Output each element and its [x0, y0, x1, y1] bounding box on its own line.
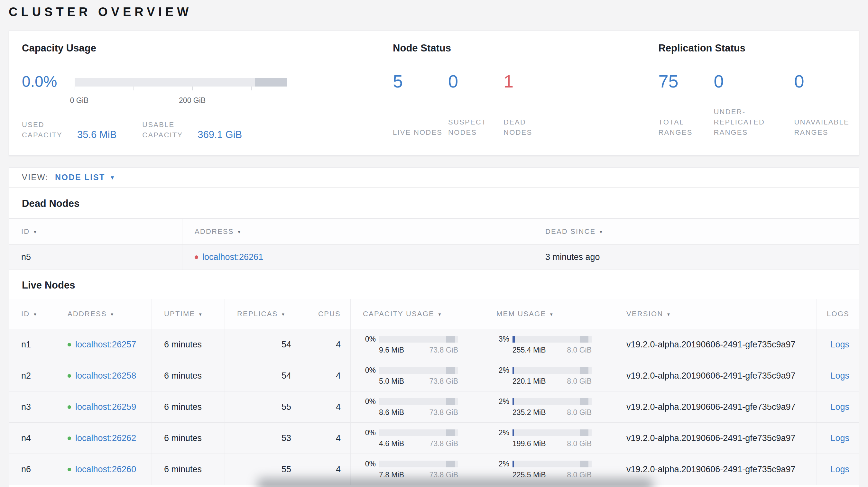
mem-total: 8.0 GiB [567, 346, 592, 355]
node-cpus: 4 [303, 329, 350, 360]
node-address-cell: localhost:26259 [55, 391, 152, 422]
under-replicated-label: UNDER-REPLICATED RANGES [714, 107, 767, 138]
unavailable-ranges-stat: 0 UNAVAILABLE RANGES [794, 72, 858, 138]
col-uptime[interactable]: UPTIME▼ [152, 299, 224, 329]
view-bar: VIEW: NODE LIST ▼ [9, 168, 859, 188]
bar-fill [513, 429, 514, 436]
total-ranges-label: TOTAL RANGES [658, 117, 711, 138]
capacity-usage-cell: 0% 9.6 MiB73.8 GiB [350, 329, 484, 360]
total-ranges-count: 75 [658, 72, 714, 91]
mem-usage-bar [513, 461, 592, 467]
col-capacity-usage[interactable]: CAPACITY USAGE▼ [350, 299, 484, 329]
col-address[interactable]: ADDRESS▼ [55, 299, 152, 329]
replication-status-section: Replication Status 75 TOTAL RANGES 0 UND… [658, 42, 846, 144]
node-address-cell: localhost:26261 [182, 245, 533, 269]
logs-cell: Logs [816, 360, 859, 391]
axis-label-0gib: 0 GiB [70, 96, 89, 105]
dead-col-id[interactable]: ID▼ [9, 219, 182, 245]
node-version: v19.2.0-alpha.20190606-2491-gfe735c9a97 [614, 391, 816, 422]
bar-fill [513, 398, 514, 405]
sort-icon: ▼ [549, 312, 554, 317]
logs-link[interactable]: Logs [830, 433, 849, 443]
cluster-overview-page: CLUSTER OVERVIEW Capacity Usage 0.0% 0 G… [0, 0, 868, 487]
capacity-total: 73.8 GiB [430, 440, 459, 448]
bar-segment [446, 429, 455, 436]
col-version[interactable]: VERSION▼ [614, 299, 816, 329]
table-row: n4 localhost:26262 6 minutes 53 4 0% 4.6… [9, 423, 859, 454]
node-address-cell: localhost:26258 [55, 360, 152, 391]
logs-link[interactable]: Logs [830, 464, 849, 475]
capacity-usage-bar [379, 398, 458, 405]
node-cpus: 4 [303, 391, 350, 422]
mem-usage-bar [513, 336, 592, 343]
logs-cell: Logs [816, 454, 859, 485]
unavailable-ranges-label: UNAVAILABLE RANGES [794, 117, 847, 138]
used-capacity-label: USED CAPACITY [22, 120, 64, 140]
mem-used: 220.1 MiB [513, 377, 546, 386]
sort-icon: ▼ [110, 312, 115, 317]
col-mem-usage[interactable]: MEM USAGE▼ [484, 299, 614, 329]
capacity-percent: 0% [362, 460, 376, 468]
capacity-percent: 0% [362, 397, 376, 406]
bar-segment [446, 461, 455, 467]
col-logs: LOGS [816, 299, 859, 329]
node-version: v19.2.0-alpha.20190606-2491-gfe735c9a97 [614, 329, 816, 360]
capacity-usage-cell: 0% 5.0 MiB73.8 GiB [350, 360, 484, 391]
node-address-link[interactable]: localhost:26257 [75, 340, 136, 350]
used-capacity-stat: USED CAPACITY 35.6 MiB [22, 120, 117, 140]
node-replicas: 54 [224, 329, 303, 360]
sort-icon: ▼ [438, 312, 442, 317]
node-address-link[interactable]: localhost:26262 [75, 433, 136, 443]
node-list-panel: VIEW: NODE LIST ▼ Dead Nodes ID▼ ADDRESS… [9, 167, 859, 487]
table-row: n2 localhost:26258 6 minutes 54 4 0% 5.0… [9, 360, 859, 391]
col-id[interactable]: ID▼ [9, 299, 55, 329]
table-row: n1 localhost:26257 6 minutes 54 4 0% 9.6… [9, 329, 859, 360]
dead-col-address[interactable]: ADDRESS▼ [182, 219, 533, 245]
capacity-usage-bar [379, 336, 458, 343]
live-nodes-heading: Live Nodes [9, 279, 859, 292]
bar-fill [513, 461, 514, 467]
node-uptime: 6 minutes [152, 391, 224, 422]
capacity-usage-bar [379, 367, 458, 374]
node-replicas: 54 [224, 360, 303, 391]
capacity-total: 73.8 GiB [430, 408, 459, 417]
node-address-link[interactable]: localhost:26258 [75, 371, 136, 381]
col-replicas[interactable]: REPLICAS▼ [224, 299, 303, 329]
sort-icon: ▼ [281, 312, 286, 317]
bar-segment [580, 461, 588, 467]
live-nodes-count: 5 [393, 72, 448, 91]
usable-capacity-stat: USABLE CAPACITY 369.1 GiB [142, 120, 242, 140]
page-title: CLUSTER OVERVIEW [9, 0, 859, 19]
bar-segment [446, 336, 455, 343]
mem-usage-bar [513, 429, 592, 436]
capacity-usage-bar [379, 429, 458, 436]
node-id: n1 [9, 329, 55, 360]
capacity-used: 4.6 MiB [379, 440, 404, 448]
capacity-used: 5.0 MiB [379, 377, 404, 386]
logs-link[interactable]: Logs [830, 402, 849, 412]
axis-tick [251, 87, 252, 90]
node-address-link[interactable]: localhost:26261 [203, 252, 263, 262]
sort-icon: ▼ [237, 230, 242, 234]
dead-nodes-count: 1 [503, 72, 559, 91]
logs-link[interactable]: Logs [830, 371, 849, 381]
capacity-chart: 0 GiB 200 GiB [75, 78, 287, 90]
mem-percent: 2% [495, 460, 509, 468]
node-uptime: 6 minutes [152, 329, 224, 360]
under-replicated-count: 0 [714, 72, 794, 91]
node-replicas: 55 [224, 391, 303, 422]
usable-capacity-value: 369.1 GiB [197, 129, 242, 140]
node-cpus: 4 [303, 360, 350, 391]
capacity-used: 9.6 MiB [379, 346, 404, 355]
dead-col-dead-since[interactable]: DEAD SINCE▼ [533, 219, 859, 245]
view-label: VIEW: [22, 173, 49, 182]
node-address-cell: localhost:26262 [55, 423, 152, 454]
dead-status-icon [195, 255, 198, 259]
node-address-link[interactable]: localhost:26260 [75, 464, 136, 475]
node-address-link[interactable]: localhost:26259 [75, 402, 136, 412]
live-status-icon [68, 436, 71, 440]
logs-link[interactable]: Logs [830, 340, 849, 350]
mem-usage-cell: 2% 220.1 MiB8.0 GiB [484, 360, 614, 391]
view-dropdown[interactable]: NODE LIST ▼ [55, 173, 115, 182]
node-replicas: 53 [224, 423, 303, 454]
